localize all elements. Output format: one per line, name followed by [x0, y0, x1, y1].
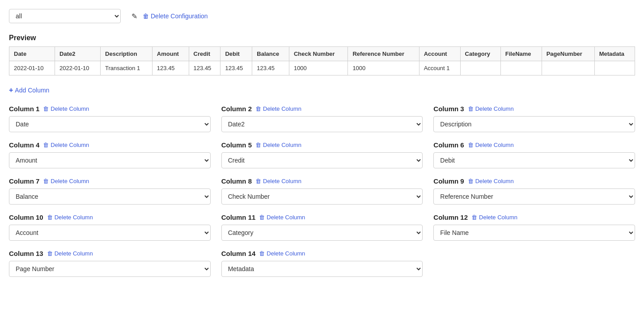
column-select-5[interactable]: DateDate2DescriptionAmountCreditDebitBal… — [221, 152, 423, 168]
preview-table-cell: 2022-01-10 — [55, 61, 101, 75]
preview-col-header: Credit — [189, 47, 220, 61]
column-select-14[interactable]: DateDate2DescriptionAmountCreditDebitBal… — [221, 261, 423, 277]
preview-col-header: Reference Number — [348, 47, 419, 61]
delete-column-button-4[interactable]: 🗑 Delete Column — [43, 142, 89, 148]
delete-column-label: Delete Column — [55, 250, 93, 257]
column-header-3: Column 3🗑 Delete Column — [433, 105, 635, 113]
column-select-9[interactable]: DateDate2DescriptionAmountCreditDebitBal… — [433, 188, 635, 205]
delete-column-label: Delete Column — [479, 214, 517, 221]
delete-column-button-6[interactable]: 🗑 Delete Column — [468, 142, 514, 148]
column-select-8[interactable]: DateDate2DescriptionAmountCreditDebitBal… — [221, 188, 423, 205]
delete-column-button-5[interactable]: 🗑 Delete Column — [255, 142, 301, 148]
delete-column-button-7[interactable]: 🗑 Delete Column — [43, 178, 89, 184]
preview-table-cell — [542, 61, 594, 75]
delete-column-button-12[interactable]: 🗑 Delete Column — [471, 214, 517, 221]
preview-col-header: Description — [101, 47, 153, 61]
preview-header-row: DateDate2DescriptionAmountCreditDebitBal… — [9, 47, 635, 61]
preview-table-cell: 123.45 — [252, 61, 289, 75]
column-select-10[interactable]: DateDate2DescriptionAmountCreditDebitBal… — [9, 225, 211, 241]
trash-icon: 🗑 — [43, 105, 49, 112]
delete-column-button-13[interactable]: 🗑 Delete Column — [47, 250, 93, 257]
preview-table-cell — [594, 61, 635, 75]
column-item-13: Column 13🗑 Delete ColumnDateDate2Descrip… — [9, 250, 211, 277]
column-label-3: Column 3 — [433, 105, 464, 113]
preview-table-cell: Transaction 1 — [101, 61, 153, 75]
column-label-9: Column 9 — [433, 177, 464, 185]
delete-column-button-8[interactable]: 🗑 Delete Column — [255, 178, 301, 184]
column-item-10: Column 10🗑 Delete ColumnDateDate2Descrip… — [9, 213, 211, 241]
delete-column-button-1[interactable]: 🗑 Delete Column — [43, 105, 89, 112]
delete-column-label: Delete Column — [51, 142, 89, 148]
delete-column-label: Delete Column — [267, 214, 305, 221]
preview-col-header: Debit — [220, 47, 252, 61]
add-column-label: Add Column — [15, 87, 49, 94]
column-label-13: Column 13 — [9, 250, 43, 257]
column-select-7[interactable]: DateDate2DescriptionAmountCreditDebitBal… — [9, 188, 211, 205]
trash-icon: 🗑 — [43, 142, 49, 148]
column-select-4[interactable]: DateDate2DescriptionAmountCreditDebitBal… — [9, 152, 211, 168]
trash-icon: 🗑 — [255, 142, 261, 148]
column-select-11[interactable]: DateDate2DescriptionAmountCreditDebitBal… — [221, 225, 423, 241]
preview-col-header: Check Number — [289, 47, 347, 61]
preview-table-head: DateDate2DescriptionAmountCreditDebitBal… — [9, 47, 635, 61]
preview-table-cell: 1000 — [348, 61, 419, 75]
column-header-5: Column 5🗑 Delete Column — [221, 141, 423, 149]
delete-column-label: Delete Column — [263, 178, 301, 184]
trash-icon: 🗑 — [259, 250, 265, 257]
column-label-2: Column 2 — [221, 105, 252, 113]
column-header-2: Column 2🗑 Delete Column — [221, 105, 423, 113]
delete-column-label: Delete Column — [475, 142, 514, 148]
column-item-8: Column 8🗑 Delete ColumnDateDate2Descript… — [221, 177, 423, 205]
preview-table: DateDate2DescriptionAmountCreditDebitBal… — [9, 46, 635, 75]
preview-col-header: PageNumber — [542, 47, 594, 61]
column-select-2[interactable]: DateDate2DescriptionAmountCreditDebitBal… — [221, 116, 423, 132]
delete-column-button-9[interactable]: 🗑 Delete Column — [468, 178, 514, 184]
preview-table-cell — [460, 61, 500, 75]
column-item-4: Column 4🗑 Delete ColumnDateDate2Descript… — [9, 141, 211, 168]
column-select-3[interactable]: DateDate2DescriptionAmountCreditDebitBal… — [433, 116, 635, 132]
column-header-13: Column 13🗑 Delete Column — [9, 250, 211, 257]
delete-column-button-10[interactable]: 🗑 Delete Column — [47, 214, 93, 221]
delete-column-button-11[interactable]: 🗑 Delete Column — [259, 214, 305, 221]
column-select-12[interactable]: DateDate2DescriptionAmountCreditDebitBal… — [433, 225, 635, 241]
column-item-6: Column 6🗑 Delete ColumnDateDate2Descript… — [433, 141, 635, 168]
preview-title: Preview — [9, 34, 635, 42]
delete-column-button-3[interactable]: 🗑 Delete Column — [468, 105, 514, 112]
column-header-10: Column 10🗑 Delete Column — [9, 213, 211, 221]
edit-icon[interactable]: ✎ — [131, 12, 137, 21]
preview-section: Preview DateDate2DescriptionAmountCredit… — [9, 34, 635, 75]
trash-icon: 🗑 — [143, 13, 149, 20]
delete-config-button[interactable]: 🗑 Delete Configuration — [143, 13, 208, 20]
delete-column-label: Delete Column — [475, 105, 514, 112]
column-label-11: Column 11 — [221, 213, 256, 221]
preview-table-row: 2022-01-102022-01-10Transaction 1123.451… — [9, 61, 635, 75]
column-label-8: Column 8 — [221, 177, 252, 185]
column-select-13[interactable]: DateDate2DescriptionAmountCreditDebitBal… — [9, 261, 211, 277]
column-header-7: Column 7🗑 Delete Column — [9, 177, 211, 185]
column-select-6[interactable]: DateDate2DescriptionAmountCreditDebitBal… — [433, 152, 635, 168]
columns-grid: Column 1🗑 Delete ColumnDateDate2Descript… — [9, 105, 635, 277]
column-item-2: Column 2🗑 Delete ColumnDateDate2Descript… — [221, 105, 423, 132]
column-select-1[interactable]: DateDate2DescriptionAmountCreditDebitBal… — [9, 116, 211, 132]
column-label-12: Column 12 — [433, 213, 468, 221]
preview-table-cell: 1000 — [289, 61, 347, 75]
delete-column-label: Delete Column — [263, 142, 301, 148]
column-label-1: Column 1 — [9, 105, 39, 113]
config-select[interactable]: allDateDate2DescriptionAmountCreditDebit… — [9, 9, 121, 23]
delete-column-button-14[interactable]: 🗑 Delete Column — [259, 250, 305, 257]
delete-config-label: Delete Configuration — [151, 13, 208, 20]
column-header-6: Column 6🗑 Delete Column — [433, 141, 635, 149]
delete-column-label: Delete Column — [51, 105, 89, 112]
preview-body: 2022-01-102022-01-10Transaction 1123.451… — [9, 61, 635, 75]
trash-icon: 🗑 — [255, 105, 261, 112]
preview-table-cell — [500, 61, 542, 75]
delete-column-label: Delete Column — [267, 250, 305, 257]
add-column-button[interactable]: + Add Column — [9, 86, 49, 94]
column-item-14: Column 14🗑 Delete ColumnDateDate2Descrip… — [221, 250, 423, 277]
trash-icon: 🗑 — [468, 142, 474, 148]
trash-icon: 🗑 — [468, 178, 474, 184]
column-item-3: Column 3🗑 Delete ColumnDateDate2Descript… — [433, 105, 635, 132]
delete-column-button-2[interactable]: 🗑 Delete Column — [255, 105, 301, 112]
preview-col-header: FileName — [500, 47, 542, 61]
top-bar: allDateDate2DescriptionAmountCreditDebit… — [9, 9, 635, 23]
